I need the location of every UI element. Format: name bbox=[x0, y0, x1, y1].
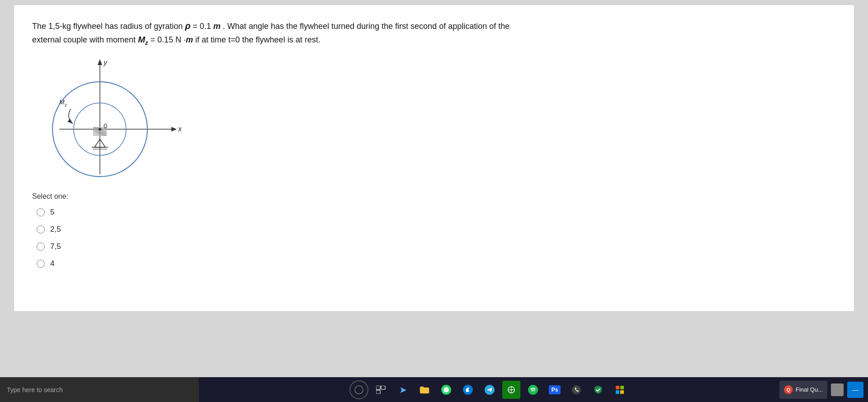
svg-rect-39 bbox=[620, 390, 624, 394]
svg-text:M: M bbox=[59, 98, 65, 106]
shield-button[interactable] bbox=[589, 381, 607, 399]
svg-rect-36 bbox=[616, 386, 619, 389]
svg-rect-24 bbox=[381, 386, 385, 389]
avatar-img bbox=[831, 383, 844, 396]
radio-5[interactable] bbox=[37, 208, 45, 216]
minimize-icon: — bbox=[852, 386, 859, 393]
option-label-4: 4 bbox=[50, 259, 54, 268]
quiz-app-label: Final Qu... bbox=[796, 386, 823, 393]
svg-rect-38 bbox=[616, 390, 619, 394]
taskbar-search[interactable]: Type here to search bbox=[0, 377, 199, 402]
equals-rho: = 0.1 bbox=[190, 22, 213, 31]
whatsapp-button[interactable] bbox=[437, 381, 455, 399]
svg-rect-37 bbox=[620, 386, 624, 389]
taskview-icon bbox=[376, 386, 386, 394]
store-icon bbox=[615, 385, 625, 395]
svg-point-22 bbox=[355, 386, 363, 394]
edge-button[interactable] bbox=[459, 381, 477, 399]
final-quiz-app[interactable]: Q Final Qu... bbox=[779, 381, 827, 399]
svg-point-34 bbox=[528, 385, 538, 395]
main-content: The 1,5-kg flywheel has radius of gyrati… bbox=[0, 0, 868, 377]
text-part2: . What angle has the flywheel turned dur… bbox=[221, 22, 509, 31]
taskbar: Type here to search ➤ bbox=[0, 377, 868, 402]
radio-7.5[interactable] bbox=[37, 243, 45, 251]
svg-rect-23 bbox=[376, 386, 380, 389]
telegram-button[interactable] bbox=[481, 381, 499, 399]
xbox-icon bbox=[506, 385, 516, 395]
spotify-icon bbox=[528, 384, 538, 395]
store-button[interactable] bbox=[611, 381, 629, 399]
radio-2.5[interactable] bbox=[37, 225, 45, 234]
folder-icon bbox=[420, 386, 429, 394]
edge-icon bbox=[462, 384, 473, 395]
option-item-1[interactable]: 5 bbox=[37, 208, 836, 217]
text-part4: if at time t=0 the flywheel is at rest. bbox=[193, 35, 321, 44]
search-text: Type here to search bbox=[7, 386, 63, 393]
option-item-2[interactable]: 2,5 bbox=[37, 225, 836, 234]
svg-marker-1 bbox=[98, 59, 102, 65]
question-text: The 1,5-kg flywheel has radius of gyrati… bbox=[32, 19, 836, 48]
svg-text:y: y bbox=[103, 59, 108, 66]
option-item-3[interactable]: 7,5 bbox=[37, 242, 836, 251]
svg-text:z: z bbox=[65, 103, 67, 108]
flywheel-diagram: y x bbox=[41, 57, 186, 183]
ps-label: Ps bbox=[549, 385, 561, 394]
svg-marker-4 bbox=[171, 127, 177, 131]
windows-button[interactable] bbox=[349, 380, 368, 399]
svg-text:0: 0 bbox=[104, 122, 107, 130]
svg-point-35 bbox=[572, 385, 581, 394]
screen: The 1,5-kg flywheel has radius of gyrati… bbox=[0, 0, 868, 402]
photoshop-button[interactable]: Ps bbox=[546, 381, 564, 399]
equals-M: = 0.15 N · bbox=[148, 35, 186, 44]
svg-rect-25 bbox=[376, 390, 380, 394]
minimize-button[interactable]: — bbox=[847, 382, 863, 398]
select-one-label: Select one: bbox=[32, 192, 836, 201]
option-label-7.5: 7,5 bbox=[50, 242, 61, 251]
shield-icon bbox=[593, 385, 603, 395]
xbox-button[interactable] bbox=[502, 381, 520, 399]
option-item-4[interactable]: 4 bbox=[37, 259, 836, 268]
m-symbol2: m bbox=[186, 35, 193, 44]
m-italic: m bbox=[213, 22, 221, 31]
M-symbol: Mz bbox=[138, 35, 148, 44]
text-part1: The 1,5-kg flywheel has radius of gyrati… bbox=[32, 22, 185, 31]
rho-symbol: ρ bbox=[185, 21, 190, 31]
svg-text:Q: Q bbox=[787, 388, 790, 393]
phone-button[interactable] bbox=[567, 381, 585, 399]
user-avatar[interactable] bbox=[829, 381, 845, 399]
telegram-icon bbox=[484, 384, 495, 395]
taskbar-center: ➤ bbox=[199, 380, 779, 399]
option-label-5: 5 bbox=[50, 208, 54, 217]
whatsapp-icon bbox=[441, 384, 452, 395]
option-label-2.5: 2,5 bbox=[50, 225, 61, 234]
windows-icon bbox=[354, 385, 363, 394]
text-part3: external couple with moment bbox=[32, 35, 138, 44]
radio-4[interactable] bbox=[37, 260, 45, 268]
phone-icon bbox=[571, 385, 581, 395]
question-card: The 1,5-kg flywheel has radius of gyrati… bbox=[14, 5, 854, 312]
svg-point-17 bbox=[99, 128, 101, 131]
arrow-button[interactable]: ➤ bbox=[394, 381, 412, 399]
options-list: 5 2,5 7,5 4 bbox=[37, 208, 836, 268]
quiz-app-icon: Q bbox=[784, 385, 793, 394]
quiz-icon-inner: Q bbox=[785, 386, 792, 393]
spotify-button[interactable] bbox=[524, 381, 542, 399]
taskbar-right: Q Final Qu... — bbox=[779, 381, 868, 399]
folder-button[interactable] bbox=[415, 381, 434, 399]
svg-text:x: x bbox=[178, 125, 182, 133]
taskview-button[interactable] bbox=[372, 381, 390, 399]
flywheel-svg: y x bbox=[41, 57, 186, 183]
